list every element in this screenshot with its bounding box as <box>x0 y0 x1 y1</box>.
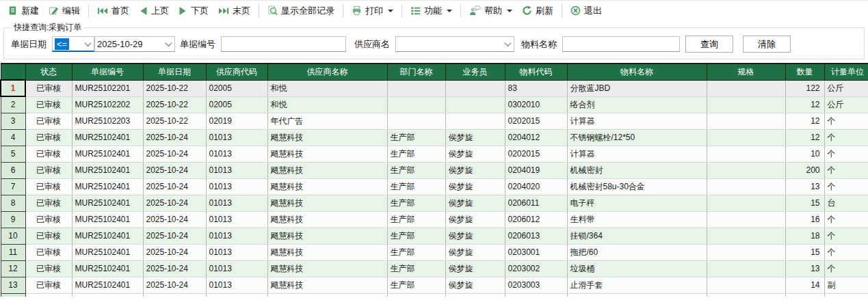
cell[interactable]: 机械密封58u-30合金 <box>567 178 707 195</box>
cell[interactable]: 拖把/60 <box>567 244 707 260</box>
cell[interactable] <box>707 260 785 277</box>
cell[interactable]: 01013 <box>206 129 267 146</box>
row-number-cell[interactable]: 10 <box>1 228 25 244</box>
column-header[interactable]: 单据日期 <box>143 64 206 80</box>
cell[interactable]: 侯梦旋 <box>445 178 505 195</box>
cell[interactable]: 飓慧科技 <box>267 211 387 228</box>
cell[interactable]: 02005 <box>206 80 267 96</box>
cell[interactable]: 飓慧科技 <box>267 244 387 260</box>
cell[interactable] <box>707 228 785 244</box>
cell[interactable]: 络合剂 <box>567 96 707 113</box>
cell[interactable]: 飓慧科技 <box>267 228 387 244</box>
cell[interactable] <box>707 80 785 96</box>
cell[interactable]: MUR25102203 <box>72 113 143 129</box>
cell[interactable] <box>445 113 505 129</box>
table-row[interactable]: 10已审核MUR251024012025-10-2401013飓慧科技生产部侯梦… <box>1 228 868 244</box>
cell[interactable] <box>445 96 505 113</box>
exit-button[interactable]: 退出 <box>566 3 607 19</box>
column-header[interactable]: 部门名称 <box>387 64 445 80</box>
row-number-cell[interactable]: 9 <box>1 211 25 228</box>
cell[interactable]: 台 <box>824 195 868 211</box>
cell[interactable]: 侯梦旋 <box>445 277 505 293</box>
edit-button[interactable]: 编辑 <box>44 3 85 19</box>
row-number-cell[interactable]: 4 <box>1 129 25 146</box>
cell[interactable]: 已审核 <box>25 113 72 129</box>
cell[interactable]: 0206011 <box>505 195 567 211</box>
cell[interactable]: 挂锁/364 <box>567 228 707 244</box>
cell[interactable]: 已审核 <box>25 96 72 113</box>
query-button[interactable]: 查询 <box>685 36 733 53</box>
cell[interactable]: 不锈钢螺栓/12*50 <box>567 129 707 146</box>
cell[interactable]: 个 <box>824 260 868 277</box>
cell[interactable]: 个 <box>824 178 868 195</box>
cell[interactable]: 2025-10-24 <box>143 129 206 146</box>
cell[interactable]: 2025-10-24 <box>143 244 206 260</box>
cell[interactable]: MUR25102201 <box>72 80 143 96</box>
cell[interactable] <box>707 113 785 129</box>
table-row[interactable]: 8已审核MUR251024012025-10-2401013飓慧科技生产部侯梦旋… <box>1 195 868 211</box>
cell[interactable]: 飓慧科技 <box>267 129 387 146</box>
cell[interactable]: 生产部 <box>387 211 445 228</box>
column-header[interactable]: 状态 <box>25 64 72 80</box>
cell[interactable]: 已审核 <box>25 228 72 244</box>
cell[interactable]: 2025-10-24 <box>143 277 206 293</box>
cell[interactable]: 02019 <box>206 113 267 129</box>
cell[interactable]: 122 <box>785 80 824 96</box>
cell[interactable]: 飓慧科技 <box>267 195 387 211</box>
cell[interactable]: 0203001 <box>505 244 567 260</box>
cell[interactable]: 01013 <box>206 211 267 228</box>
row-number-cell[interactable]: 11 <box>1 244 25 260</box>
cell[interactable]: 已审核 <box>25 80 72 96</box>
cell[interactable] <box>387 80 445 96</box>
cell[interactable]: 侯梦旋 <box>445 211 505 228</box>
cell[interactable]: 已审核 <box>25 260 72 277</box>
table-row[interactable]: 7已审核MUR251024012025-10-2401013飓慧科技生产部侯梦旋… <box>1 178 868 195</box>
cell[interactable]: 生料带 <box>567 211 707 228</box>
cell[interactable]: 01013 <box>206 277 267 293</box>
help-button[interactable]: 帮助 <box>464 3 517 19</box>
column-header[interactable]: 物料代码 <box>505 64 567 80</box>
cell[interactable]: 2025-10-24 <box>143 178 206 195</box>
cell[interactable]: MUR25102401 <box>72 178 143 195</box>
cell[interactable]: 侯梦旋 <box>445 228 505 244</box>
print-button[interactable]: 打印 <box>347 3 398 19</box>
cell[interactable] <box>707 162 785 178</box>
cell[interactable]: MUR25102401 <box>72 129 143 146</box>
cell[interactable]: 200 <box>785 162 824 178</box>
cell[interactable]: 电子秤 <box>567 195 707 211</box>
cell[interactable]: 0206012 <box>505 211 567 228</box>
cell[interactable]: 分散蓝JBD <box>567 80 707 96</box>
row-number-cell[interactable]: 5 <box>1 146 25 162</box>
cell[interactable]: 01013 <box>206 228 267 244</box>
column-header[interactable]: 单据编号 <box>72 64 143 80</box>
cell[interactable]: MUR25102401 <box>72 211 143 228</box>
clear-button[interactable]: 清除 <box>743 36 791 53</box>
cell[interactable]: 生产部 <box>387 178 445 195</box>
cell[interactable] <box>707 277 785 293</box>
cell[interactable]: 侯梦旋 <box>445 146 505 162</box>
cell[interactable]: MUR25102401 <box>72 146 143 162</box>
cell[interactable]: 2025-10-24 <box>143 228 206 244</box>
cell[interactable]: MUR25102401 <box>72 162 143 178</box>
cell[interactable]: 个 <box>824 162 868 178</box>
cell[interactable]: 生产部 <box>387 162 445 178</box>
cell[interactable]: 15 <box>785 195 824 211</box>
row-number-cell[interactable]: 12 <box>1 260 25 277</box>
cell[interactable]: 飓慧科技 <box>267 146 387 162</box>
cell[interactable]: 12 <box>785 96 824 113</box>
doc-date-select[interactable]: 2025-10-29 <box>94 36 175 52</box>
row-number-cell[interactable]: 8 <box>1 195 25 211</box>
cell[interactable]: 计算器 <box>567 146 707 162</box>
cell[interactable]: 飓慧科技 <box>267 260 387 277</box>
cell[interactable] <box>707 195 785 211</box>
supplier-select[interactable] <box>395 36 514 52</box>
table-row[interactable]: 12已审核MUR251024012025-10-2401013飓慧科技生产部侯梦… <box>1 260 868 277</box>
table-row[interactable]: 4已审核MUR251024012025-10-2401013飓慧科技生产部侯梦旋… <box>1 129 868 146</box>
cell[interactable] <box>707 178 785 195</box>
new-button[interactable]: 新建 <box>3 3 44 19</box>
cell[interactable]: 个 <box>824 228 868 244</box>
cell[interactable]: 2025-10-24 <box>143 211 206 228</box>
cell[interactable]: 生产部 <box>387 244 445 260</box>
cell[interactable]: 已审核 <box>25 162 72 178</box>
cell[interactable] <box>707 129 785 146</box>
